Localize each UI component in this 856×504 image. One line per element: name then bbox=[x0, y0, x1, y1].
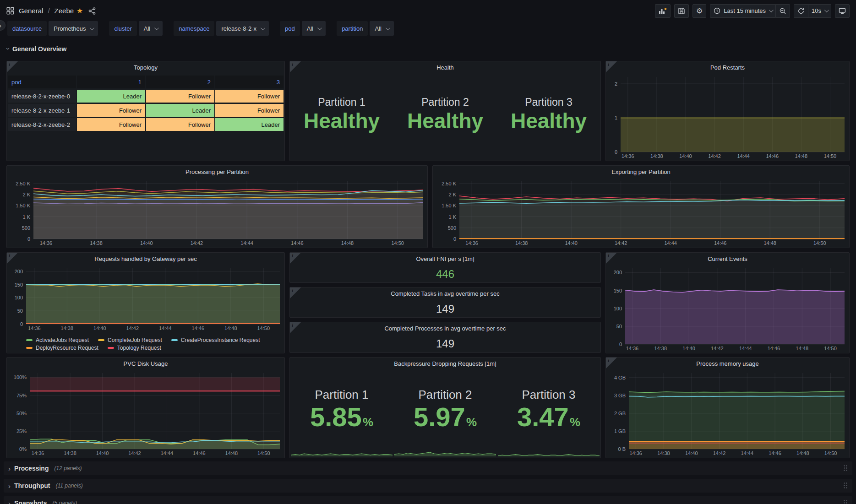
panel-title[interactable]: Overall FNI per s [1m] bbox=[290, 253, 600, 266]
chevron-down-icon bbox=[261, 26, 265, 30]
legend-item[interactable]: ActivateJobs Request bbox=[26, 337, 89, 343]
svg-text:14:50: 14:50 bbox=[824, 346, 837, 351]
role-cell: Follower bbox=[146, 90, 214, 103]
filter-value-dropdown[interactable]: Prometheus bbox=[49, 21, 98, 36]
completed-processes-value: 149 bbox=[436, 337, 454, 350]
refresh-interval-dropdown[interactable]: 10s bbox=[808, 4, 831, 18]
panel-info-icon[interactable]: i bbox=[7, 61, 18, 72]
dashboard-settings-button[interactable]: ⚙ bbox=[692, 4, 706, 18]
panel-title[interactable]: Topology bbox=[7, 61, 284, 74]
chevron-down-icon bbox=[317, 26, 322, 30]
column-header-3[interactable]: 3 bbox=[215, 76, 284, 88]
column-header-1[interactable]: 1 bbox=[77, 76, 145, 88]
row-processing[interactable]: › Processing (12 panels) bbox=[4, 461, 852, 475]
column-header-2[interactable]: 2 bbox=[146, 76, 214, 88]
panel-title[interactable]: Pod Restarts bbox=[606, 61, 849, 74]
refresh-button[interactable] bbox=[794, 4, 808, 18]
row-drag-handle[interactable] bbox=[843, 499, 848, 504]
panel-info-icon[interactable]: i bbox=[606, 358, 617, 369]
time-range-picker[interactable]: Last 15 minutes bbox=[710, 4, 776, 18]
pod-name-cell: release-8-2-x-zeebe-0 bbox=[8, 90, 76, 103]
legend-item[interactable]: Topology Request bbox=[108, 345, 161, 351]
row-panel-count: (11 panels) bbox=[56, 482, 83, 489]
role-cell: Follower bbox=[215, 104, 284, 117]
svg-text:14:40: 14:40 bbox=[93, 325, 106, 331]
role-cell: Leader bbox=[146, 104, 214, 117]
panel-title[interactable]: Exporting per Partition bbox=[433, 166, 849, 179]
svg-text:14:40: 14:40 bbox=[679, 153, 692, 159]
panel-info-icon[interactable]: i bbox=[606, 61, 617, 72]
current-events-chart[interactable]: 20015010050014:3614:3814:4014:4214:4414:… bbox=[609, 266, 846, 352]
panel-info-icon[interactable]: i bbox=[606, 253, 617, 264]
svg-text:14:42: 14:42 bbox=[615, 240, 627, 246]
panel-info-icon[interactable]: i bbox=[290, 322, 301, 333]
filter-label: namespace bbox=[174, 21, 214, 36]
legend-item[interactable]: DeployResource Request bbox=[26, 345, 98, 351]
gear-icon: ⚙ bbox=[696, 7, 703, 15]
column-header-pod[interactable]: pod bbox=[8, 76, 76, 88]
panel-title[interactable]: Completed Processes in avg overtime per … bbox=[290, 322, 600, 335]
stat-label: Partition 1 bbox=[318, 96, 365, 108]
stat-label: Partition 1 bbox=[315, 388, 368, 402]
panel-title[interactable]: Current Events bbox=[606, 253, 849, 266]
row-drag-handle[interactable] bbox=[843, 465, 848, 472]
filter-value-dropdown[interactable]: All bbox=[139, 21, 163, 36]
favorite-star-icon[interactable]: ★ bbox=[76, 6, 83, 15]
row-throughput[interactable]: › Throughput (11 panels) bbox=[4, 479, 852, 493]
share-icon[interactable] bbox=[88, 7, 96, 15]
filter-value-dropdown[interactable]: All bbox=[370, 21, 393, 36]
svg-text:50: 50 bbox=[17, 308, 23, 314]
exporting-chart[interactable]: 2.50 K2 K1.50 K1 K500014:3614:3814:4014:… bbox=[436, 179, 846, 247]
svg-text:14:50: 14:50 bbox=[824, 153, 837, 159]
stat-container: 149 bbox=[290, 300, 600, 317]
svg-text:2.50 K: 2.50 K bbox=[442, 181, 456, 186]
row-title: Snapshots bbox=[14, 499, 47, 504]
svg-text:500: 500 bbox=[22, 225, 30, 231]
breadcrumb-separator: / bbox=[48, 7, 49, 15]
svg-text:14:36: 14:36 bbox=[28, 325, 41, 331]
section-general-overview[interactable]: › General Overview bbox=[7, 45, 66, 53]
panel-title[interactable]: Requests handled by Gateway per sec bbox=[7, 253, 284, 266]
pvc-disk-usage-chart[interactable]: 100%75%50%25%0%14:3614:3814:4014:4214:44… bbox=[10, 370, 282, 457]
panel-title[interactable]: Backpressure Dropping Requests [1m] bbox=[290, 358, 600, 370]
filter-label: partition bbox=[337, 21, 368, 36]
breadcrumb-dashboard[interactable]: Zeebe bbox=[55, 7, 74, 15]
add-panel-button[interactable] bbox=[655, 4, 671, 18]
legend-item[interactable]: CompleteJob Request bbox=[98, 337, 162, 343]
panel-title[interactable]: Completed Tasks in avg overtime per sec bbox=[290, 287, 600, 300]
completed-tasks-value: 149 bbox=[436, 303, 454, 315]
panel-title[interactable]: PVC Disk Usage bbox=[7, 358, 284, 370]
process-memory-chart[interactable]: 4 GB3 GB2 GB1 GB0 B14:3614:3814:4014:421… bbox=[609, 370, 846, 457]
svg-text:0: 0 bbox=[20, 321, 23, 327]
gateway-requests-chart[interactable]: 20015010050014:3614:3814:4014:4214:4414:… bbox=[10, 266, 282, 332]
row-drag-handle[interactable] bbox=[843, 482, 848, 489]
breadcrumb-folder[interactable]: General bbox=[19, 7, 43, 15]
panel-processing-per-partition: Processing per Partition 2.50 K2 K1.50 K… bbox=[6, 165, 428, 248]
save-dashboard-button[interactable] bbox=[674, 4, 689, 18]
legend-label: Topology Request bbox=[117, 345, 161, 351]
panel-info-icon[interactable]: i bbox=[290, 253, 301, 264]
pod-restarts-chart[interactable]: 21014:3614:3814:4014:4214:4414:4614:4814… bbox=[609, 74, 846, 160]
svg-text:14:38: 14:38 bbox=[61, 325, 74, 331]
zoom-out-time-button[interactable] bbox=[776, 4, 790, 18]
sidebar-toggle-handle[interactable]: › bbox=[0, 20, 5, 31]
panel-overall-fni: i Overall FNI per s [1m] 446 bbox=[289, 252, 601, 283]
refresh-interval-label: 10s bbox=[812, 7, 821, 14]
panel-info-icon[interactable]: i bbox=[290, 61, 301, 72]
panel-info-icon[interactable]: i bbox=[7, 253, 18, 264]
row-panel-count: (5 panels) bbox=[53, 500, 77, 504]
filter-pod: pod All bbox=[280, 21, 326, 36]
filter-value-dropdown[interactable]: All bbox=[302, 21, 326, 36]
filter-value: All bbox=[144, 25, 150, 32]
panel-info-icon[interactable]: i bbox=[290, 287, 301, 298]
processing-chart[interactable]: 2.50 K2 K1.50 K1 K500014:3614:3814:4014:… bbox=[10, 179, 425, 247]
dashboards-grid-icon[interactable] bbox=[6, 7, 14, 15]
tv-mode-button[interactable] bbox=[835, 4, 850, 18]
row-snapshots[interactable]: › Snapshots (5 panels) bbox=[4, 496, 852, 504]
panel-current-events: i Current Events 20015010050014:3614:381… bbox=[605, 252, 850, 353]
chevron-down-icon: › bbox=[5, 48, 12, 50]
panel-title[interactable]: Process memory usage bbox=[606, 358, 849, 370]
filter-value-dropdown[interactable]: release-8-2-x bbox=[216, 21, 269, 36]
legend-item[interactable]: CreateProcessInstance Request bbox=[171, 337, 260, 343]
panel-title[interactable]: Processing per Partition bbox=[7, 166, 427, 179]
